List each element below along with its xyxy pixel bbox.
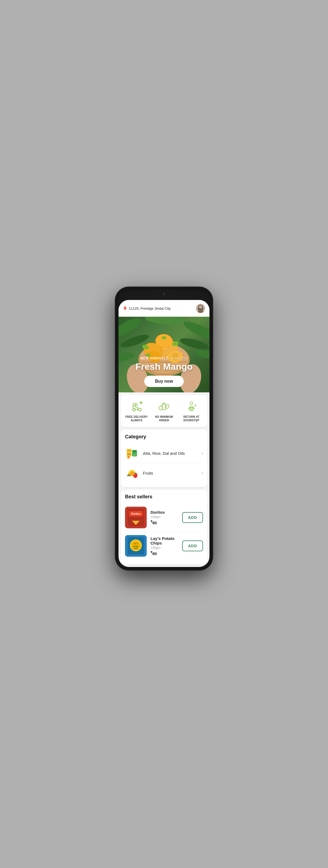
location-text: 11125, Prestige Jindal City — [129, 306, 171, 310]
location-display[interactable]: 11125, Prestige Jindal City — [123, 306, 171, 310]
best-sellers-section: Best sellers Doritos — [121, 490, 207, 564]
hero-banner: NEW ARRIVALS 10 MIN AGO Fresh Mango Buy … — [118, 317, 210, 392]
svg-rect-46 — [162, 404, 166, 410]
feature-return: RETURN AT DOORSTEP — [178, 400, 205, 422]
free-delivery-icon — [130, 400, 143, 413]
fruits-name: Fruits — [143, 471, 201, 475]
lays-price: ₹80 — [151, 551, 182, 556]
svg-rect-44 — [133, 404, 135, 406]
svg-point-48 — [166, 404, 170, 409]
hero-title: Fresh Mango — [118, 361, 210, 372]
svg-point-49 — [190, 402, 193, 405]
feature-free-delivery-label: FREE DELIVERY ALWAYS — [123, 415, 150, 422]
feature-return-label: RETURN AT DOORSTEP — [178, 415, 205, 422]
svg-point-47 — [159, 406, 163, 410]
svg-point-5 — [199, 305, 202, 309]
doritos-image: Doritos — [125, 507, 147, 528]
notch-dot — [163, 293, 165, 296]
svg-text:RICE: RICE — [133, 454, 136, 456]
feature-no-minimum-label: NO MINIMUM ORDER — [150, 415, 177, 422]
phone-frame: 11125, Prestige Jindal City — [115, 287, 213, 570]
atta-rice-name: Atta, Rice, Dal and Oils — [143, 451, 201, 456]
lays-image: lay's POTATO CHIPS — [125, 535, 147, 557]
app-header: 11125, Prestige Jindal City — [118, 300, 210, 317]
phone-notch — [146, 290, 182, 298]
atta-rice-image: ATTA RICE — [125, 446, 139, 460]
avatar-icon — [196, 304, 205, 313]
doritos-rupee-symbol: ₹ — [151, 520, 153, 523]
feature-free-delivery: FREE DELIVERY ALWAYS — [123, 400, 150, 422]
svg-point-8 — [145, 317, 184, 326]
hero-content: NEW ARRIVALS 10 MIN AGO Fresh Mango Buy … — [118, 355, 210, 387]
doritos-weight: 150gm — [151, 515, 182, 519]
lays-add-button[interactable]: ADD — [182, 540, 203, 551]
svg-rect-60 — [128, 456, 129, 457]
category-section: Category ATTA RICE — [121, 430, 207, 487]
doritos-price: ₹80 — [151, 520, 182, 525]
phone-screen: 11125, Prestige Jindal City — [118, 300, 210, 567]
lays-info: Lay's Potato Chips 150gm ₹80 — [151, 536, 182, 556]
category-fruits[interactable]: Fruits › — [125, 463, 203, 483]
fruits-chevron: › — [201, 470, 203, 476]
svg-text:lay's: lay's — [134, 542, 138, 545]
no-minimum-icon — [158, 400, 170, 413]
atta-rice-chevron: › — [201, 451, 203, 456]
category-title: Category — [125, 434, 203, 440]
svg-point-43 — [135, 403, 137, 405]
svg-point-42 — [139, 408, 141, 411]
lays-name: Lay's Potato Chips — [151, 536, 182, 545]
svg-text:ATTA: ATTA — [128, 454, 131, 455]
svg-rect-54 — [127, 450, 131, 451]
svg-point-32 — [162, 336, 166, 339]
features-strip: FREE DELIVERY ALWAYS — [121, 395, 207, 427]
doritos-add-button[interactable]: ADD — [182, 512, 203, 523]
svg-text:Doritos: Doritos — [131, 513, 141, 515]
best-sellers-title: Best sellers — [125, 494, 203, 500]
doritos-info: Doritos 150gm ₹80 — [151, 510, 182, 525]
hero-new-arrivals: NEW ARRIVALS — [140, 356, 168, 360]
lays-weight: 150gm — [151, 546, 182, 550]
svg-point-10 — [179, 336, 210, 351]
svg-text:CHIPS: CHIPS — [134, 548, 138, 549]
lays-rupee-symbol: ₹ — [151, 551, 153, 554]
user-avatar[interactable] — [196, 304, 205, 313]
location-pin-icon — [123, 306, 127, 310]
buy-now-button[interactable]: Buy now — [144, 376, 184, 387]
hero-time-ago: 10 MIN AGO — [170, 357, 187, 360]
return-icon — [185, 400, 198, 413]
product-doritos: Doritos Doritos 150gm ₹80 ADD — [125, 503, 203, 532]
fruits-image — [125, 466, 139, 480]
hero-tag: NEW ARRIVALS 10 MIN AGO — [140, 356, 188, 360]
doritos-name: Doritos — [151, 510, 182, 515]
product-lays: lay's POTATO CHIPS Lay's Potato Chips 15… — [125, 532, 203, 560]
svg-text:POTATO: POTATO — [133, 546, 139, 547]
svg-rect-57 — [133, 451, 136, 452]
category-atta-rice[interactable]: ATTA RICE Atta, Rice, Dal and Oils › — [125, 443, 203, 463]
feature-no-minimum: NO MINIMUM ORDER — [150, 400, 177, 422]
